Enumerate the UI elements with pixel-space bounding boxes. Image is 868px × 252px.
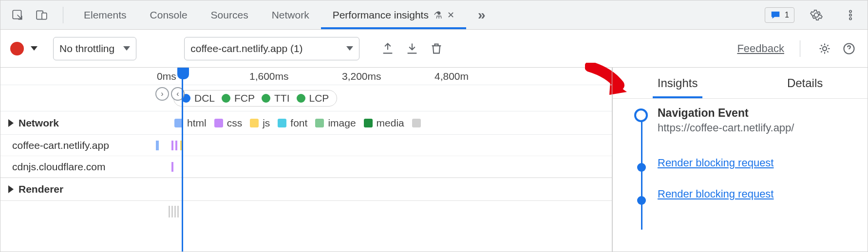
tab-insights[interactable]: Insights [643,69,713,98]
tab-network[interactable]: Network [260,0,321,29]
tab-elements[interactable]: Elements [72,0,138,29]
ruler-tick: 1,600ms [249,71,337,82]
tab-sources[interactable]: Sources [199,0,260,29]
panel-settings-icon[interactable] [816,40,833,57]
svg-point-3 [849,10,851,12]
event-node-open[interactable] [634,108,648,122]
delete-icon[interactable] [428,40,445,57]
legend-media-icon [364,119,373,127]
event-title: Navigation Event [658,107,858,120]
section-renderer[interactable]: Renderer [0,178,154,200]
console-messages-badge[interactable]: 1 [765,7,794,23]
insights-pane: Insights Details Navigation Event https:… [612,68,868,252]
tab-performance-insights[interactable]: Performance insights ⚗ ✕ [321,0,466,29]
record-menu-caret[interactable] [31,46,38,51]
export-icon[interactable] [379,40,396,57]
fcp-dot [222,94,230,103]
ruler-tick: 4,800m [434,71,522,82]
legend-other-icon [412,119,421,127]
legend-font-icon [278,119,286,127]
more-tabs[interactable]: » [466,0,497,29]
message-count: 1 [785,11,789,19]
event-url: https://coffee-cart.netlify.app/ [658,122,858,134]
legend-css-icon [214,119,223,127]
tab-console[interactable]: Console [138,0,199,29]
timeline-connector [641,120,642,230]
close-tab-icon[interactable]: ✕ [447,10,454,20]
nav-markers: ›‹ [155,87,185,101]
ruler-tick: 0ms [157,71,245,82]
legend-image-icon [315,119,324,127]
experiment-icon: ⚗ [434,9,442,21]
network-row[interactable]: coffee-cart.netlify.app [0,135,612,156]
throttling-select[interactable]: No throttling [53,37,136,60]
section-network[interactable]: Network [0,111,154,134]
device-toggle-icon[interactable] [33,6,51,24]
recording-select[interactable]: coffee-cart.netlify.app (1) [184,37,359,60]
help-icon[interactable] [840,40,858,57]
feedback-link[interactable]: Feedback [737,42,784,55]
svg-point-4 [849,14,851,16]
svg-rect-2 [42,13,47,19]
record-button[interactable] [10,42,24,55]
network-row[interactable]: cdnjs.cloudflare.com [0,156,612,178]
event-node[interactable] [637,196,646,205]
kebab-menu-icon[interactable] [841,6,860,24]
svg-point-5 [849,18,851,19]
legend-js-icon [250,119,259,127]
inspect-element-icon[interactable] [8,6,27,24]
insight-link[interactable]: Render blocking request [658,188,858,200]
settings-gear-icon[interactable] [807,6,826,24]
lcp-dot [297,94,305,103]
import-icon[interactable] [403,40,421,57]
ruler-tick: 3,200ms [342,71,430,82]
svg-point-6 [823,46,827,50]
timeline-pane[interactable]: 0ms 1,600ms 3,200ms 4,800m ›‹ DCL FCP TT… [0,68,612,252]
playhead-handle[interactable] [177,68,189,79]
insight-link[interactable]: Render blocking request [658,157,858,169]
timing-markers-pill[interactable]: DCL FCP TTI LCP [173,90,337,107]
event-node[interactable] [637,163,646,172]
playhead-line [182,68,183,252]
tab-details[interactable]: Details [773,69,837,98]
tti-dot [262,94,270,103]
